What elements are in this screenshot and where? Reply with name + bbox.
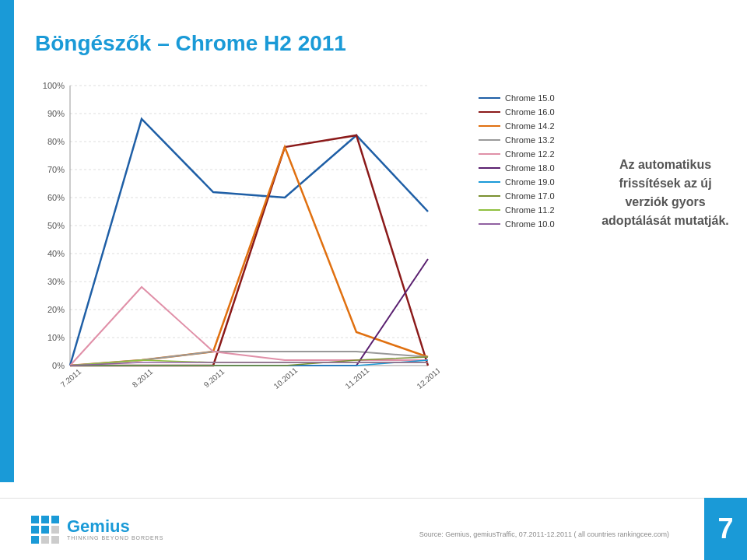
legend-color-chrome-10 (479, 223, 500, 225)
legend-color-chrome-14 (479, 125, 500, 127)
legend-color-chrome-13 (479, 139, 500, 141)
legend-color-chrome-17 (479, 195, 500, 197)
svg-rect-30 (41, 516, 49, 523)
gemius-brand: Gemius THINKING BEYOND BORDERS (67, 518, 164, 541)
svg-rect-32 (31, 526, 39, 534)
legend-color-chrome-18 (479, 167, 500, 169)
svg-text:20%: 20% (47, 305, 65, 314)
legend-color-chrome-11 (479, 209, 500, 211)
svg-text:7.2011: 7.2011 (59, 367, 83, 389)
gemius-tagline: THINKING BEYOND BORDERS (67, 535, 164, 541)
legend-item-chrome-11: Chrome 11.2 (479, 205, 587, 215)
page: Böngészők – Chrome H2 2011 100% 90% 80% … (0, 0, 747, 560)
gemius-name: Gemius (67, 518, 164, 535)
gemius-icon (31, 516, 59, 544)
chart-area: 100% 90% 80% 70% 60% 50% 40% 30% 20% 10%… (35, 78, 471, 412)
legend-item-chrome-15: Chrome 15.0 (479, 93, 587, 103)
svg-rect-36 (41, 536, 49, 544)
svg-text:12.2011: 12.2011 (416, 366, 440, 390)
svg-rect-33 (41, 526, 49, 534)
svg-text:8.2011: 8.2011 (131, 367, 155, 389)
legend-label-chrome-13: Chrome 13.2 (505, 135, 555, 145)
legend-label-chrome-19: Chrome 19.0 (505, 177, 555, 187)
svg-rect-34 (51, 526, 59, 534)
legend-color-chrome-19 (479, 181, 500, 183)
legend-label-chrome-17: Chrome 17.0 (505, 191, 555, 201)
svg-rect-35 (31, 536, 39, 544)
legend-color-chrome-12 (479, 153, 500, 155)
legend-item-chrome-17: Chrome 17.0 (479, 191, 587, 201)
svg-text:11.2011: 11.2011 (344, 366, 371, 390)
legend-item-chrome-13: Chrome 13.2 (479, 135, 587, 145)
legend-color-chrome-16 (479, 111, 500, 113)
svg-text:10.2011: 10.2011 (272, 366, 300, 390)
legend-label-chrome-11: Chrome 11.2 (505, 205, 555, 215)
svg-rect-31 (51, 516, 59, 523)
legend-item-chrome-14: Chrome 14.2 (479, 121, 587, 131)
footer: Gemius THINKING BEYOND BORDERS Source: G… (0, 498, 747, 560)
svg-text:9.2011: 9.2011 (202, 367, 226, 389)
svg-text:90%: 90% (47, 109, 65, 118)
legend-item-chrome-10: Chrome 10.0 (479, 219, 587, 229)
chart-svg: 100% 90% 80% 70% 60% 50% 40% 30% 20% 10%… (35, 78, 440, 397)
svg-text:10%: 10% (47, 333, 65, 342)
page-number: 7 (704, 498, 747, 560)
svg-text:60%: 60% (47, 193, 65, 202)
legend-label-chrome-18: Chrome 18.0 (505, 163, 555, 173)
legend-label-chrome-15: Chrome 15.0 (505, 93, 555, 103)
chart-legend: Chrome 15.0 Chrome 16.0 Chrome 14.2 Chro… (479, 93, 587, 233)
svg-text:80%: 80% (47, 137, 65, 146)
gemius-logo: Gemius THINKING BEYOND BORDERS (31, 516, 164, 544)
svg-text:70%: 70% (47, 165, 65, 174)
svg-text:50%: 50% (47, 221, 65, 230)
left-accent-bar (0, 0, 14, 482)
legend-label-chrome-12: Chrome 12.2 (505, 149, 555, 159)
footer-source: Source: Gemius, gemiusTraffic, 07.2011-1… (419, 530, 669, 538)
legend-item-chrome-19: Chrome 19.0 (479, 177, 587, 187)
svg-text:0%: 0% (52, 361, 65, 370)
legend-label-chrome-14: Chrome 14.2 (505, 121, 555, 131)
svg-rect-37 (51, 536, 59, 544)
legend-item-chrome-16: Chrome 16.0 (479, 107, 587, 117)
svg-text:30%: 30% (47, 277, 65, 286)
annotation-text: Az automatikus frissítések az új verziók… (599, 156, 731, 230)
legend-label-chrome-16: Chrome 16.0 (505, 107, 555, 117)
legend-item-chrome-12: Chrome 12.2 (479, 149, 587, 159)
svg-text:40%: 40% (47, 249, 65, 258)
svg-text:100%: 100% (43, 81, 65, 90)
legend-color-chrome-15 (479, 97, 500, 99)
legend-label-chrome-10: Chrome 10.0 (505, 219, 555, 229)
svg-rect-29 (31, 516, 39, 523)
legend-item-chrome-18: Chrome 18.0 (479, 163, 587, 173)
page-title: Böngészők – Chrome H2 2011 (35, 31, 346, 56)
